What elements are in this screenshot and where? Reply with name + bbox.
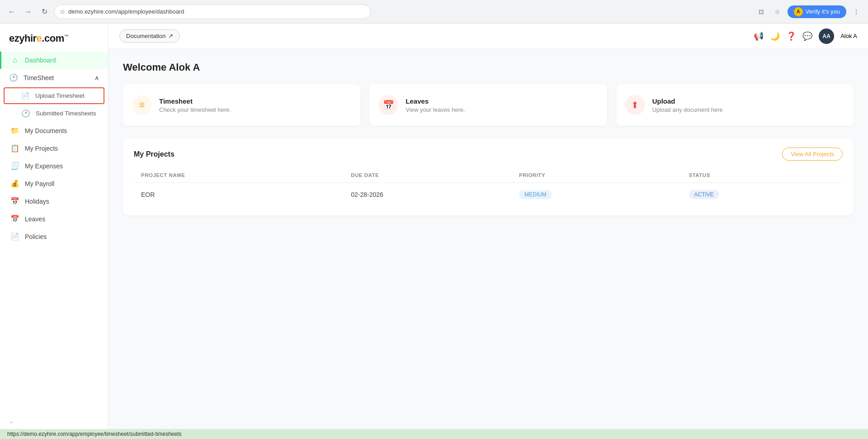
holidays-icon: 📅 <box>10 197 19 205</box>
forward-button[interactable]: → <box>22 5 34 18</box>
browser-actions: ⊡ ☆ A Verify it's you ⋮ <box>755 5 863 18</box>
browser-chrome: ← → ↻ ⊙ demo.ezyhire.com/app/employee/da… <box>0 0 868 24</box>
menu-button[interactable]: ⋮ <box>850 5 863 18</box>
app-container: ezyhire.com™ ⌂ Dashboard 🕐 TimeSheet ∧ 📄… <box>0 24 868 429</box>
chat-icon: 💬 <box>802 31 812 41</box>
sidebar-item-my-projects[interactable]: 📋 My Projects <box>0 139 108 157</box>
announcement-button[interactable]: 📢 <box>754 31 764 41</box>
sidebar-item-holidays[interactable]: 📅 Holidays <box>0 192 108 210</box>
leaves-card-icon: 📅 <box>383 100 394 110</box>
logo-dot: e <box>37 33 42 44</box>
url-text: demo.ezyhire.com/app/employee/dashboard <box>68 8 365 15</box>
documentation-button[interactable]: Documentation ↗ <box>119 29 180 43</box>
submitted-timesheets-icon: 🕐 <box>21 109 30 118</box>
upload-quick-card[interactable]: ⬆ Upload Upload any document here <box>616 84 854 126</box>
refresh-button[interactable]: ↻ <box>38 5 51 18</box>
timesheet-card-subtitle: Check your timesheet here. <box>159 106 231 113</box>
collapse-chevron-icon: ⌄ <box>9 418 14 425</box>
projects-table-head: PROJECT NAME DUE DATE PRIORITY STATUS <box>134 168 843 183</box>
projects-table-body: EOR 02-28-2026 MEDIUM ACTIVE <box>134 183 843 207</box>
quick-cards: ≡ Timesheet Check your timesheet here. 📅… <box>123 84 854 126</box>
leaves-card-subtitle: View your leaves here. <box>406 106 465 113</box>
main-content: Documentation ↗ 📢 🌙 ❓ 💬 AA <box>108 24 868 429</box>
cast-button[interactable]: ⊡ <box>755 5 768 18</box>
sidebar-item-my-expenses[interactable]: 🧾 My Expenses <box>0 157 108 175</box>
sidebar-item-label: Dashboard <box>25 57 56 64</box>
welcome-title: Welcome Alok A <box>123 62 854 73</box>
projects-table: PROJECT NAME DUE DATE PRIORITY STATUS EO… <box>134 168 843 206</box>
user-initials: AA <box>822 33 830 39</box>
status-url: https://demo.ezyhire.com/app/employee/ti… <box>7 431 182 437</box>
sidebar-item-timesheet[interactable]: 🕐 TimeSheet ∧ <box>0 69 108 86</box>
top-bar-actions: 📢 🌙 ❓ 💬 AA Alok A <box>754 29 857 44</box>
holidays-label: Holidays <box>25 198 49 205</box>
upload-card-title: Upload <box>652 97 723 105</box>
user-avatar[interactable]: AA <box>819 29 834 44</box>
my-projects-label: My Projects <box>25 145 58 152</box>
help-button[interactable]: ❓ <box>786 31 796 41</box>
timesheet-icon: 🕐 <box>9 73 18 82</box>
projects-section: My Projects View All Projects PROJECT NA… <box>123 138 854 215</box>
projects-title: My Projects <box>134 150 175 158</box>
priority-cell: MEDIUM <box>512 183 682 207</box>
verify-avatar: A <box>794 7 803 16</box>
upload-card-content: Upload Upload any document here <box>652 97 723 113</box>
status-badge: ACTIVE <box>689 190 719 199</box>
upload-timesheet-icon: 📄 <box>21 91 30 100</box>
user-name[interactable]: Alok A <box>840 33 857 39</box>
sidebar-sub-upload-timesheet[interactable]: 📄 Upload Timesheet <box>4 87 104 104</box>
view-all-projects-button[interactable]: View All Projects <box>782 148 843 161</box>
my-payroll-icon: 💰 <box>10 179 19 188</box>
leaves-nav-label: Leaves <box>25 215 45 223</box>
due-date-cell: 02-28-2026 <box>344 183 512 207</box>
my-expenses-icon: 🧾 <box>10 162 19 170</box>
my-projects-icon: 📋 <box>10 144 19 153</box>
timesheet-card-title: Timesheet <box>159 97 231 105</box>
help-icon: ❓ <box>786 31 796 41</box>
project-name-cell: EOR <box>134 183 344 207</box>
sidebar-item-my-documents[interactable]: 📁 My Documents <box>0 122 108 139</box>
status-bar: https://demo.ezyhire.com/app/employee/ti… <box>0 429 868 439</box>
leaves-nav-icon: 📅 <box>10 215 19 223</box>
leaves-quick-card[interactable]: 📅 Leaves View your leaves here. <box>369 84 607 126</box>
leaves-card-title: Leaves <box>406 97 465 105</box>
upload-card-icon: ⬆ <box>631 100 639 110</box>
col-status: STATUS <box>682 168 843 183</box>
announcement-icon: 📢 <box>754 31 764 41</box>
sidebar-collapse-bottom[interactable]: ⌄ <box>0 414 108 429</box>
sidebar-item-dashboard[interactable]: ⌂ Dashboard <box>0 52 108 69</box>
table-row[interactable]: EOR 02-28-2026 MEDIUM ACTIVE <box>134 183 843 207</box>
back-button[interactable]: ← <box>5 5 18 18</box>
status-cell: ACTIVE <box>682 183 843 207</box>
timesheet-card-content: Timesheet Check your timesheet here. <box>159 97 231 113</box>
verify-label: Verify it's you <box>806 8 840 15</box>
top-bar: Documentation ↗ 📢 🌙 ❓ 💬 AA <box>108 24 868 49</box>
sidebar-item-leaves[interactable]: 📅 Leaves <box>0 210 108 228</box>
my-documents-icon: 📁 <box>10 126 19 135</box>
logo: ezyhire.com™ <box>9 33 99 44</box>
submitted-timesheets-label: Submitted Timesheets <box>36 110 96 117</box>
dashboard-icon: ⌂ <box>10 56 19 64</box>
col-due-date: DUE DATE <box>344 168 512 183</box>
address-bar[interactable]: ⊙ demo.ezyhire.com/app/employee/dashboar… <box>54 5 371 19</box>
upload-card-icon-wrap: ⬆ <box>625 95 645 115</box>
projects-table-header-row: PROJECT NAME DUE DATE PRIORITY STATUS <box>134 168 843 183</box>
timesheet-section-left: 🕐 TimeSheet <box>9 73 54 82</box>
logo-tm: ™ <box>64 34 69 39</box>
sidebar-sub-submitted-timesheets[interactable]: 🕐 Submitted Timesheets <box>0 105 108 122</box>
logo-area: ezyhire.com™ <box>0 24 108 52</box>
timesheet-quick-card[interactable]: ≡ Timesheet Check your timesheet here. <box>123 84 360 126</box>
dark-mode-button[interactable]: 🌙 <box>770 31 780 41</box>
documentation-label: Documentation <box>126 33 165 39</box>
chat-button[interactable]: 💬 <box>802 31 812 41</box>
bookmark-button[interactable]: ☆ <box>771 5 784 18</box>
policies-label: Policies <box>25 233 47 240</box>
timesheet-collapse-icon: ∧ <box>94 74 99 81</box>
upload-timesheet-label: Upload Timesheet <box>35 92 85 99</box>
page-content: Welcome Alok A ≡ Timesheet Check your ti… <box>108 49 868 429</box>
my-expenses-label: My Expenses <box>25 162 63 170</box>
sidebar-item-policies[interactable]: 📄 Policies <box>0 228 108 245</box>
col-priority: PRIORITY <box>512 168 682 183</box>
verify-button[interactable]: A Verify it's you <box>788 5 846 18</box>
sidebar-item-my-payroll[interactable]: 💰 My Payroll <box>0 175 108 192</box>
